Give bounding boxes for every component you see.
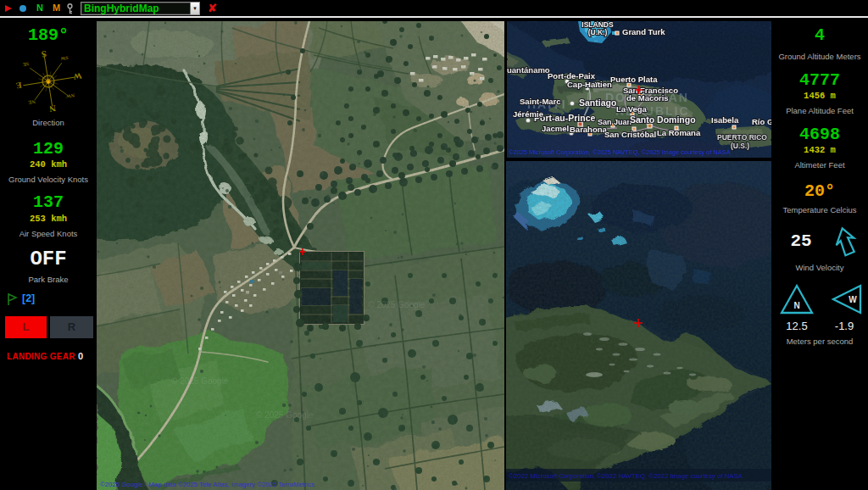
svg-text:Isabela: Isabela xyxy=(711,115,739,125)
svg-text:Jérémie: Jérémie xyxy=(513,109,543,119)
svg-text:PUERTO RICO: PUERTO RICO xyxy=(717,133,767,142)
svg-text:(U.K.): (U.K.) xyxy=(588,28,608,36)
svg-text:Jacmel: Jacmel xyxy=(542,124,569,133)
svg-text:W: W xyxy=(73,71,82,81)
svg-text:Barahona: Barahona xyxy=(570,125,608,134)
svg-text:©2022 Microsoft Corporation, ©: ©2022 Microsoft Corporation, ©2022 NAVTE… xyxy=(509,472,743,480)
svg-text:San Cristóbal: San Cristóbal xyxy=(604,130,656,139)
svg-text:(U.S.): (U.S.) xyxy=(731,142,749,150)
svg-text:NE: NE xyxy=(28,99,36,105)
svg-text:Saint-Marc: Saint-Marc xyxy=(520,97,561,106)
svg-text:Río Gr: Río Gr xyxy=(752,117,771,126)
svg-text:SW: SW xyxy=(60,55,69,61)
svg-text:Puerto Plata: Puerto Plata xyxy=(610,75,658,84)
svg-text:de Macoris: de Macoris xyxy=(626,93,669,103)
svg-text:© 2025 Google: © 2025 Google xyxy=(171,376,229,386)
svg-text:SE: SE xyxy=(22,61,29,67)
svg-text:E: E xyxy=(15,81,23,91)
svg-text:NW: NW xyxy=(65,92,75,99)
svg-text:W: W xyxy=(849,295,857,304)
svg-text:S: S xyxy=(41,49,47,59)
svg-text:Cap-Haïtien: Cap-Haïtien xyxy=(567,80,612,89)
svg-text:N: N xyxy=(48,103,57,114)
svg-text:Santo Domingo: Santo Domingo xyxy=(630,114,696,125)
svg-text:© 2025 Google: © 2025 Google xyxy=(256,410,314,420)
svg-text:Santiago: Santiago xyxy=(579,97,616,108)
svg-text:© 2025 Google: © 2025 Google xyxy=(368,300,426,309)
svg-text:La Vega: La Vega xyxy=(616,104,648,114)
svg-text:©2025 Google - Map data ©2025: ©2025 Google - Map data ©2025 Tele Atlas… xyxy=(100,481,314,488)
svg-text:Grand Turk: Grand Turk xyxy=(622,27,665,36)
svg-text:uantánamo: uantánamo xyxy=(507,65,550,75)
svg-text:©2025 Microsoft Corporation, ©: ©2025 Microsoft Corporation, ©2025 NAVTE… xyxy=(509,148,731,156)
svg-text:N: N xyxy=(793,301,799,310)
svg-text:La Romana: La Romana xyxy=(657,128,701,137)
